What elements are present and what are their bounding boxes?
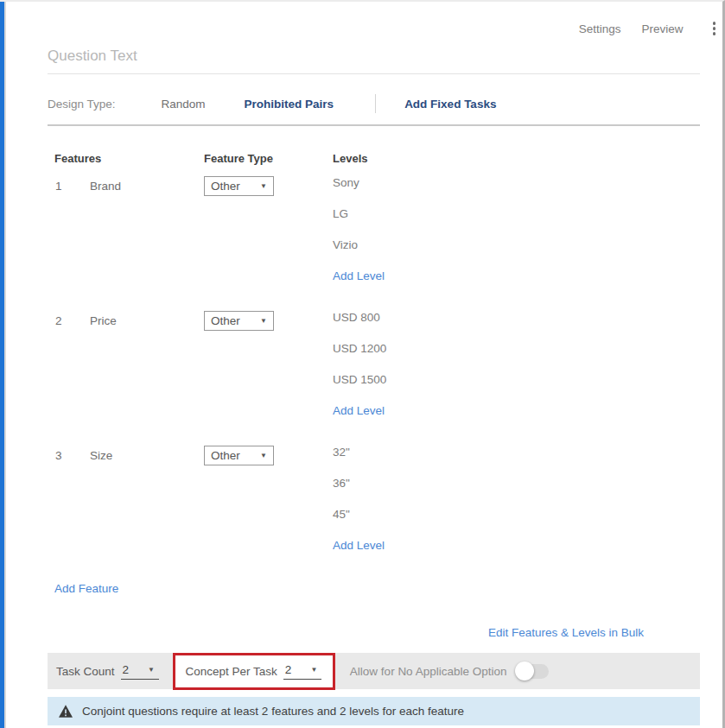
concept-per-task-control: Concept Per Task 2 ▼ [186,663,321,680]
prohibited-pairs-link[interactable]: Prohibited Pairs [245,98,334,111]
feature-type-select[interactable]: Other ▼ [204,446,274,465]
feature-type-selected-value: Other [211,180,240,193]
levels-list: 32" 36" 45" Add Level [333,446,700,552]
level-item[interactable]: 36" [333,477,700,508]
features-column-header: Features [48,152,204,165]
select-caret-icon: ▼ [260,317,267,325]
add-level-link[interactable]: Add Level [333,404,385,417]
level-item[interactable]: USD 1500 [333,373,700,404]
feature-row-size: 3 Size Other ▼ 32" 36" 45" Add Level [48,446,700,580]
level-item[interactable]: Sony [333,176,700,207]
task-count-control: Task Count 2 ▼ [56,663,159,680]
add-fixed-tasks-link[interactable]: Add Fixed Tasks [404,98,496,111]
task-controls-bar: Task Count 2 ▼ Concept Per Task 2 ▼ Allo… [48,653,700,689]
design-type-value: Random [162,98,206,111]
add-level-link[interactable]: Add Level [333,269,385,282]
concept-per-task-select[interactable]: 2 ▼ [283,663,321,680]
feature-type-selected-value: Other [211,314,240,327]
feature-name[interactable]: Size [83,446,204,462]
select-caret-icon: ▼ [310,666,317,674]
bulk-edit-row: Edit Features & Levels in Bulk [48,624,700,640]
notice-text: Conjoint questions require at least 2 fe… [82,705,464,718]
feature-row-price: 2 Price Other ▼ USD 800 USD 1200 USD 150… [48,311,700,446]
level-item[interactable]: USD 800 [333,311,700,342]
select-caret-icon: ▼ [260,452,267,459]
edit-features-levels-bulk-link[interactable]: Edit Features & Levels in Bulk [488,626,644,639]
warning-icon [59,705,73,718]
no-applicable-option-control: Allow for No Applicable Option [350,664,550,679]
preview-link[interactable]: Preview [641,22,683,35]
divider-under-design-row [48,124,700,126]
level-item[interactable]: USD 1200 [333,342,700,373]
select-caret-icon: ▼ [148,666,155,674]
top-toolbar: Settings Preview [48,21,700,36]
no-applicable-option-label: Allow for No Applicable Option [350,665,507,678]
feature-index: 3 [48,446,83,462]
conjoint-question-editor: Settings Preview Design Type: Random Pro… [0,0,725,728]
feature-index: 1 [48,176,83,193]
feature-name[interactable]: Price [83,311,204,327]
task-count-label: Task Count [56,665,115,678]
task-count-value: 2 [123,663,130,676]
question-text-input[interactable] [48,47,700,65]
levels-column-header: Levels [333,152,700,165]
editor-content: Settings Preview Design Type: Random Pro… [48,2,700,725]
toggle-knob [515,662,534,681]
settings-link[interactable]: Settings [579,22,621,35]
select-caret-icon: ▼ [260,182,267,190]
conjoint-requirements-notice: Conjoint questions require at least 2 fe… [48,697,700,725]
feature-row-brand: 1 Brand Other ▼ Sony LG Vizio Add Level [48,176,700,311]
add-level-link[interactable]: Add Level [333,539,385,552]
level-item[interactable]: Vizio [333,238,700,269]
feature-type-column-header: Feature Type [204,152,333,165]
add-feature-link[interactable]: Add Feature [54,582,118,595]
concept-per-task-label: Concept Per Task [186,665,277,678]
feature-name[interactable]: Brand [83,176,204,193]
no-applicable-option-toggle[interactable] [517,664,549,679]
left-divider-line [4,2,6,728]
feature-type-select[interactable]: Other ▼ [204,311,274,331]
features-table: Features Feature Type Levels 1 Brand Oth… [48,152,700,580]
add-feature-row: Add Feature [48,580,700,596]
kebab-menu-icon[interactable] [709,20,720,37]
feature-type-select[interactable]: Other ▼ [204,176,274,196]
concept-per-task-value: 2 [285,663,292,676]
divider-under-question [48,73,700,74]
feature-type-selected-value: Other [211,449,240,462]
red-highlight-annotation: Concept Per Task 2 ▼ [173,653,335,690]
features-table-header: Features Feature Type Levels [48,152,700,165]
level-item[interactable]: 32" [333,446,700,477]
feature-index: 2 [48,311,83,327]
task-count-select[interactable]: 2 ▼ [121,663,159,680]
level-item[interactable]: 45" [333,508,700,539]
level-item[interactable]: LG [333,207,700,238]
levels-list: Sony LG Vizio Add Level [333,176,700,282]
design-type-row: Design Type: Random Prohibited Pairs Add… [48,94,700,113]
levels-list: USD 800 USD 1200 USD 1500 Add Level [333,311,700,417]
design-type-label: Design Type: [48,98,116,111]
vertical-separator [375,94,376,113]
